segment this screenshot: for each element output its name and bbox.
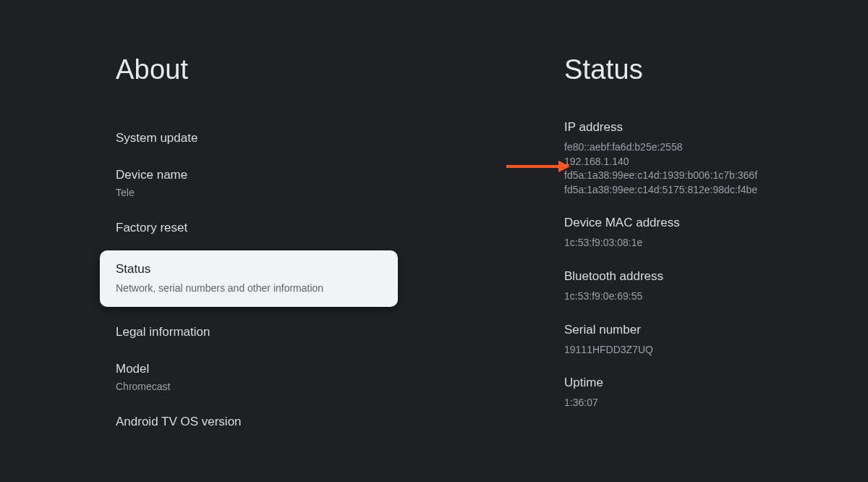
menu-item-system-update[interactable]: System update: [116, 120, 434, 156]
ip-line: 192.168.1.140: [564, 155, 839, 169]
menu-label: Factory reset: [116, 221, 434, 235]
info-value: 19111HFDD3Z7UQ: [564, 343, 839, 358]
info-label: IP address: [564, 120, 839, 135]
info-label: Bluetooth address: [564, 269, 839, 284]
info-serial-number: Serial number 19111HFDD3Z7UQ: [564, 323, 839, 358]
ip-line: fe80::aebf:fa6d:b25e:2558: [564, 140, 839, 155]
about-panel: About System update Device name Tele Fac…: [0, 0, 434, 482]
menu-item-device-name[interactable]: Device name Tele: [116, 159, 434, 207]
about-menu: System update Device name Tele Factory r…: [116, 120, 434, 429]
info-mac-address: Device MAC address 1c:53:f9:03:08:1e: [564, 216, 839, 250]
menu-label: Device name: [116, 168, 434, 182]
menu-item-legal-information[interactable]: Legal information: [116, 314, 434, 350]
about-title: About: [116, 54, 434, 85]
menu-item-model[interactable]: Model Chromecast: [116, 353, 434, 401]
info-uptime: Uptime 1:36:07: [564, 376, 839, 410]
menu-label: Legal information: [116, 325, 434, 339]
info-label: Device MAC address: [564, 216, 839, 230]
menu-label: System update: [116, 131, 434, 145]
status-title: Status: [564, 54, 839, 85]
menu-subtitle: Tele: [116, 187, 434, 198]
info-ip-address: IP address fe80::aebf:fa6d:b25e:2558 192…: [564, 120, 839, 197]
menu-label: Android TV OS version: [116, 415, 434, 429]
ip-line: fd5a:1a38:99ee:c14d:1939:b006:1c7b:366f: [564, 169, 839, 183]
info-value: fe80::aebf:fa6d:b25e:2558 192.168.1.140 …: [564, 140, 839, 197]
status-panel: Status IP address fe80::aebf:fa6d:b25e:2…: [434, 0, 868, 482]
info-value: 1c:53:f9:0e:69:55: [564, 289, 839, 304]
menu-subtitle: Chromecast: [116, 381, 434, 392]
menu-label: Model: [116, 362, 434, 376]
menu-subtitle: Network, serial numbers and other inform…: [116, 282, 382, 294]
info-label: Serial number: [564, 323, 839, 337]
info-value: 1c:53:f9:03:08:1e: [564, 236, 839, 250]
info-label: Uptime: [564, 376, 839, 390]
menu-item-status[interactable]: Status Network, serial numbers and other…: [100, 250, 398, 307]
menu-item-factory-reset[interactable]: Factory reset: [116, 210, 434, 246]
menu-label: Status: [116, 262, 382, 276]
ip-line: fd5a:1a38:99ee:c14d:5175:812e:98dc:f4be: [564, 183, 839, 198]
menu-item-android-tv-os-version[interactable]: Android TV OS version: [116, 404, 434, 429]
info-value: 1:36:07: [564, 396, 839, 410]
info-bluetooth-address: Bluetooth address 1c:53:f9:0e:69:55: [564, 269, 839, 304]
